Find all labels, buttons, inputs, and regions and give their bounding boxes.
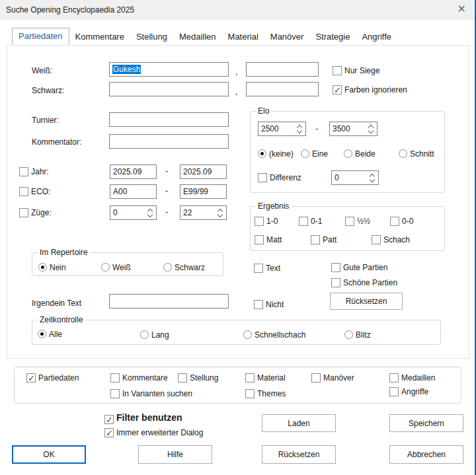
scope-kommentare-label[interactable]: Kommentare	[122, 373, 168, 383]
schoene-partien-label[interactable]: Schöne Partien	[343, 278, 397, 287]
elo-to-spin-buttons[interactable]	[366, 123, 376, 135]
tab-medaillen[interactable]: Medaillen	[173, 28, 222, 45]
speichern-button[interactable]: Speichern	[389, 414, 463, 432]
zeit-radio-alle-label[interactable]: Alle	[49, 330, 62, 339]
jahr-checkbox[interactable]	[19, 167, 28, 176]
zuege-to-spinner[interactable]: 22	[180, 205, 227, 220]
ok-button[interactable]: OK	[12, 445, 86, 464]
differenz-checkbox[interactable]	[258, 173, 267, 182]
gute-partien-checkbox[interactable]	[331, 263, 340, 272]
nur-siege-checkbox[interactable]	[333, 66, 342, 75]
scope-partiedaten-checkbox[interactable]	[26, 373, 36, 383]
schwarz-lastname-input[interactable]	[109, 82, 229, 96]
tab-partiedaten[interactable]: Partiedaten	[12, 28, 69, 45]
spin-down-icon[interactable]	[295, 129, 305, 135]
patt-label[interactable]: Patt	[323, 235, 337, 244]
tab-strategie[interactable]: Strategie	[309, 28, 356, 45]
scope-medaillen-label[interactable]: Medaillen	[401, 373, 435, 383]
zuege-label[interactable]: Züge:	[31, 208, 52, 217]
zeit-radio-schnellschach[interactable]	[243, 330, 252, 339]
scope-varianten-label[interactable]: In Varianten suchen	[122, 389, 192, 398]
text-label[interactable]: Text	[266, 264, 280, 273]
tab-manoever[interactable]: Manöver	[264, 28, 310, 45]
scope-themes-checkbox[interactable]	[245, 389, 255, 398]
scope-medaillen-checkbox[interactable]	[389, 373, 399, 383]
filter-benutzen-label[interactable]: Filter benutzen	[116, 413, 182, 422]
eco-label[interactable]: ECO:	[31, 187, 50, 196]
zeit-radio-schnellschach-label[interactable]: Schnellschach	[255, 330, 305, 340]
gute-partien-label[interactable]: Gute Partien	[343, 263, 387, 272]
schach-label[interactable]: Schach	[383, 235, 410, 244]
elo-from-spin-buttons[interactable]	[295, 123, 305, 135]
filter-benutzen-checkbox[interactable]	[104, 415, 114, 424]
elo-radio-keine[interactable]	[258, 149, 266, 158]
spin-down-icon[interactable]	[216, 213, 225, 219]
elo-radio-eine-label[interactable]: Eine	[312, 149, 328, 159]
elo-from-spinner[interactable]: 2500	[258, 122, 306, 136]
schwarz-firstname-input[interactable]	[246, 82, 319, 96]
repertoire-radio-weiss[interactable]	[101, 263, 110, 272]
schoene-partien-checkbox[interactable]	[331, 278, 340, 287]
elo-radio-keine-label[interactable]: (keine)	[269, 149, 294, 159]
tab-stellung[interactable]: Stellung	[130, 28, 173, 45]
zeit-radio-lang-label[interactable]: Lang	[151, 330, 169, 340]
close-icon[interactable]: ✕	[457, 3, 466, 16]
schach-checkbox[interactable]	[372, 235, 381, 244]
elo-radio-schnitt[interactable]	[399, 149, 407, 158]
scope-material-label[interactable]: Material	[257, 373, 286, 383]
text-checkbox[interactable]	[254, 264, 263, 273]
zeit-radio-blitz-label[interactable]: Blitz	[356, 330, 371, 340]
laden-button[interactable]: Laden	[262, 414, 336, 432]
zuege-checkbox[interactable]	[19, 208, 28, 217]
scope-material-checkbox[interactable]	[245, 373, 255, 383]
jahr-from-input[interactable]: 2025.09	[110, 164, 157, 179]
ergebnis-1-0-label[interactable]: 1-0	[266, 217, 278, 226]
repertoire-radio-weiss-label[interactable]: Weiß	[112, 263, 131, 272]
scope-partiedaten-label[interactable]: Partiedaten	[38, 373, 79, 383]
tab-kommentare[interactable]: Kommentare	[69, 28, 130, 45]
scope-angriffe-checkbox[interactable]	[389, 387, 399, 396]
nur-siege-label[interactable]: Nur Siege	[344, 66, 379, 75]
patt-checkbox[interactable]	[311, 235, 320, 244]
matt-label[interactable]: Matt	[266, 235, 282, 244]
spin-down-icon[interactable]	[145, 213, 155, 219]
kommentator-input[interactable]	[109, 134, 229, 149]
zeit-radio-lang[interactable]	[140, 330, 149, 339]
scope-varianten-checkbox[interactable]	[110, 389, 120, 398]
nicht-checkbox[interactable]	[254, 300, 263, 309]
hilfe-button[interactable]: Hilfe	[138, 445, 212, 464]
farben-ignorieren-checkbox[interactable]	[333, 85, 342, 94]
scope-kommentare-checkbox[interactable]	[110, 373, 120, 383]
abbrechen-button[interactable]: Abbrechen	[389, 445, 463, 464]
zuege-from-spinner[interactable]: 0	[110, 205, 157, 220]
scope-themes-label[interactable]: Themes	[257, 389, 286, 398]
erweiterter-dialog-checkbox[interactable]	[104, 428, 114, 437]
tab-material[interactable]: Material	[222, 28, 264, 45]
eco-to-input[interactable]: E99/99	[180, 184, 227, 199]
elo-radio-beide-label[interactable]: Beide	[355, 149, 376, 159]
erweiterter-dialog-label[interactable]: Immer erweiterter Dialog	[116, 428, 203, 437]
repertoire-radio-schwarz-label[interactable]: Schwarz	[175, 263, 205, 272]
weiss-lastname-input[interactable]: Gukesh	[109, 62, 229, 77]
jahr-to-input[interactable]: 2025.09	[180, 164, 227, 179]
ergebnis-0-1-label[interactable]: 0-1	[311, 217, 322, 226]
tab-angriffe[interactable]: Angriffe	[356, 28, 397, 45]
ergebnis-0-1-checkbox[interactable]	[299, 217, 308, 226]
ruecksetzen-mid-button[interactable]: Rücksetzen	[330, 293, 403, 310]
irgendein-text-input[interactable]	[109, 294, 229, 309]
matt-checkbox[interactable]	[255, 235, 264, 244]
weiss-firstname-input[interactable]	[246, 62, 319, 77]
jahr-label[interactable]: Jahr:	[31, 167, 49, 176]
repertoire-radio-nein-label[interactable]: Nein	[50, 263, 66, 272]
ergebnis-0-0-label[interactable]: 0-0	[402, 217, 413, 226]
eco-checkbox[interactable]	[19, 187, 28, 196]
spin-down-icon[interactable]	[368, 178, 377, 184]
repertoire-radio-schwarz[interactable]	[163, 263, 172, 272]
zeit-radio-alle[interactable]	[38, 330, 46, 338]
ergebnis-0-0-checkbox[interactable]	[390, 217, 399, 226]
scope-angriffe-label[interactable]: Angriffe	[401, 387, 428, 396]
ergebnis-remis-label[interactable]: ½½	[357, 217, 370, 226]
eco-from-input[interactable]: A00	[110, 184, 157, 199]
elo-to-spinner[interactable]: 3500	[329, 122, 377, 136]
differenz-spin-buttons[interactable]	[368, 172, 377, 184]
